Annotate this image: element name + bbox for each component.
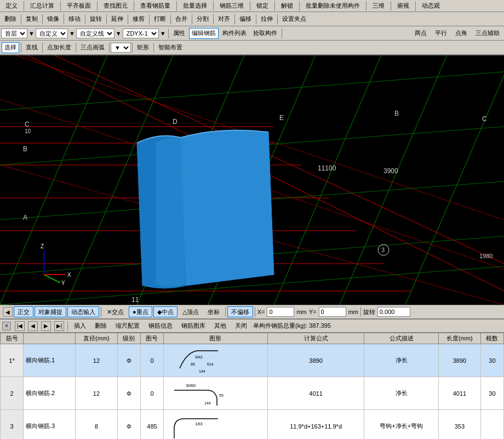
btn-mid-heavy[interactable]: ● 重点 [129,306,152,317]
svg-text:614: 614 [207,362,214,366]
btn-stretch[interactable]: 拉伸 [258,14,276,25]
btn-parallel[interactable]: 平行 [432,28,450,39]
btn-lock[interactable]: 锁定 [254,1,271,12]
btn-three-point-arc[interactable]: 三点画弧 [78,42,107,53]
btn-set-grip[interactable]: 设置夹点 [279,14,309,25]
btn-select[interactable]: 选择 [2,42,19,53]
main-viewport[interactable]: C 10 D E B C B A 11100 3900 1980 11 3 Z … [0,55,504,305]
btn-break[interactable]: 打断 [151,14,169,25]
menu-define[interactable]: 定义 [3,1,20,12]
bottom-panel: × |◀ ◀ ▶ ▶| 插入 删除 缩尺配置 钢筋信息 钢筋图库 其他 关闭 单… [0,319,504,439]
svg-text:163: 163 [195,421,203,426]
svg-text:11100: 11100 [318,164,336,172]
y-unit: mm [348,309,358,315]
status-sep4 [360,307,361,317]
btn-scale-config[interactable]: 缩尺配置 [113,321,142,332]
btn-insert[interactable]: 插入 [71,321,89,332]
layer-select[interactable]: 首层 [1,28,27,38]
btn-object-snap[interactable]: 对象捕捉 [35,306,66,317]
svg-text:C: C [25,121,30,128]
btn-extend[interactable]: 延伸 [108,14,126,25]
btn-rotate[interactable]: 旋转 [87,14,105,25]
btn-3d[interactable]: 三维 [370,1,387,12]
panel-close-btn[interactable]: × [2,322,11,330]
btn-rectangle[interactable]: 矩形 [134,42,152,53]
btn-midpoint[interactable]: ◆ 中点 [153,306,177,317]
layer-type-arrow: ▼ [69,30,75,37]
x-coord-field[interactable]: 0 [267,307,294,317]
btn-copy[interactable]: 复制 [23,14,41,25]
btn-smart-layout[interactable]: 智能布置 [156,42,185,53]
btn-edit-rebar[interactable]: 编辑钢筋 [189,28,219,39]
cell-shape: 3060 55 144 [163,377,267,410]
btn-view-rebar-qty[interactable]: 查看钢筋量 [138,1,173,12]
layer-type-select[interactable]: 自定义 [36,28,68,38]
rebar-table-container: 筋号 直径(mm) 级别 图号 图形 计算公式 公式描述 长度(mm) 根数 1… [0,333,504,439]
btn-orthogonal[interactable]: 正交 [14,306,33,317]
nav-last[interactable]: ▶| [54,321,64,331]
btn-batch-delete[interactable]: 批量删除未使用构件 [303,1,363,12]
svg-text:B: B [23,145,27,153]
btn-trim[interactable]: 修剪 [130,14,147,25]
toolbar-row3: 首层 ▼ 自定义 ▼ 自定义线 ▼ ZDYX-1 ▼ 属性 编辑钢筋 构件列表 … [0,26,504,41]
line-type-select[interactable]: 自定义线 [76,28,114,38]
btn-coord[interactable]: 坐标 [204,306,224,317]
rotate-field[interactable]: 0.000 [377,307,410,317]
cell-count [480,410,503,440]
btn-merge[interactable]: 合并 [173,14,190,25]
btn-point-angle[interactable]: 点角 [453,28,470,39]
cell-description: 净长 [364,377,439,410]
btn-three-point[interactable]: 三点辅助 [473,28,502,39]
btn-align[interactable]: 对齐 [215,14,233,25]
table-row[interactable]: 2 横向钢筋.2 12 Φ 0 3060 55 144 [1,377,504,410]
sep-t2-11 [234,14,235,24]
btn-delete[interactable]: 删除 [2,14,19,25]
btn-rebar-3d[interactable]: 钢筋三维 [217,1,247,12]
btn-rebar-lib[interactable]: 钢筋图库 [179,321,208,332]
btn-top-view[interactable]: 俯视 [394,1,412,12]
btn-dynamic-input[interactable]: 动态输入 [67,306,99,317]
cell-length: 353 [438,410,480,440]
table-row[interactable]: 1* 横向钢筋.1 12 Φ 0 942 86 614 [1,344,504,377]
btn-move[interactable]: 移动 [66,14,83,25]
btn-batch-select[interactable]: 批量选择 [180,1,210,12]
btn-point-add-length[interactable]: 点加长度 [44,42,74,53]
sep-t4-3 [76,43,76,53]
btn-unlock[interactable]: 解锁 [278,1,296,12]
btn-offset[interactable]: 偏移 [237,14,254,25]
btn-mirror[interactable]: 镜像 [44,14,62,25]
btn-pick-component[interactable]: 拾取构件 [250,28,280,39]
svg-text:Y: Y [61,280,65,286]
btn-dynamic[interactable]: 动态观 [419,1,443,12]
btn-summary-calc[interactable]: 汇总计算 [27,1,57,12]
btn-no-offset[interactable]: 不偏移 [227,306,253,317]
svg-text:942: 942 [195,355,203,360]
btn-split[interactable]: 分割 [194,14,211,25]
btn-component-list[interactable]: 构件列表 [220,28,249,39]
nav-prev[interactable]: ◀ [28,321,38,331]
rebar-table: 筋号 直径(mm) 级别 图号 图形 计算公式 公式描述 长度(mm) 根数 1… [0,333,504,439]
btn-intersection[interactable]: ✕ 交点 [103,306,128,317]
nav-next[interactable]: ▶ [41,321,51,331]
nav-first[interactable]: |◀ [15,321,25,331]
table-row[interactable]: 3 横向钢筋.3 8 Φ 485 163 1 [1,410,504,440]
cell-count: 30 [480,377,503,410]
nav-prev-btn[interactable]: ◀ [3,307,13,317]
btn-two-point[interactable]: 两点 [412,28,429,39]
btn-close-panel[interactable]: 关闭 [232,321,250,332]
btn-align-slab[interactable]: 平齐板面 [64,1,94,12]
svg-text:C: C [482,115,487,123]
shape-select[interactable]: ▼ [111,43,131,53]
btn-vertex[interactable]: △ 顶点 [179,306,203,317]
code-select[interactable]: ZDYX-1 [123,28,159,38]
svg-text:X: X [67,272,71,278]
y-coord-field[interactable]: 0 [319,307,346,317]
sep-t2-4 [85,14,85,24]
btn-find-element[interactable]: 查找图元 [101,1,130,12]
btn-properties[interactable]: 属性 [170,28,188,39]
btn-rebar-info[interactable]: 钢筋信息 [146,321,175,332]
btn-other[interactable]: 其他 [211,321,229,332]
btn-del-row[interactable]: 删除 [92,321,110,332]
col-header-grade: 级别 [117,333,140,344]
btn-line[interactable]: 直线 [23,42,41,53]
